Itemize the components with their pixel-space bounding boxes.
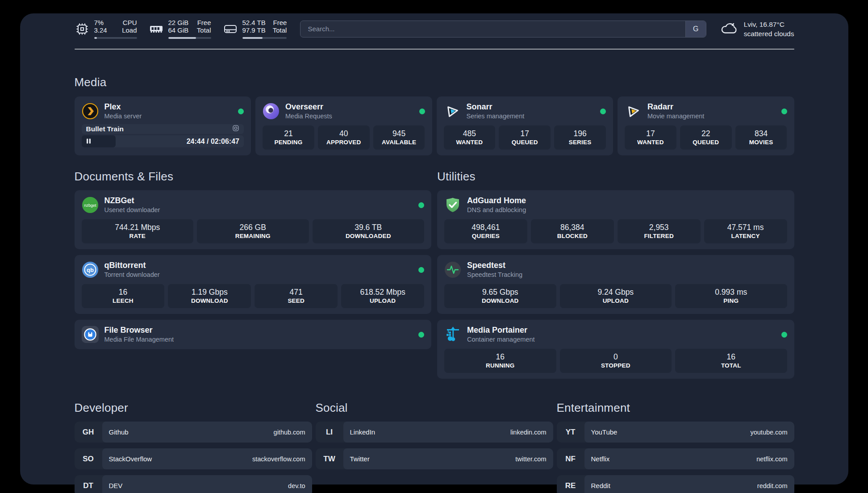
cpu-load-label: Load bbox=[122, 26, 137, 34]
stat-running: 16 RUNNING bbox=[444, 349, 556, 373]
playback-time: 24:44 / 02:06:47 bbox=[187, 135, 239, 147]
sonarr-icon bbox=[444, 103, 461, 120]
app-card-overseerr[interactable]: Overseerr Media Requests 21 PENDING 40 A… bbox=[255, 96, 432, 155]
stat-download: 9.65 Gbps DOWNLOAD bbox=[444, 284, 556, 308]
bookmark-name: LinkedIn bbox=[350, 428, 376, 436]
section-title-media: Media bbox=[75, 75, 794, 89]
bookmark-abbr: SO bbox=[75, 448, 102, 469]
bookmark-abbr: YT bbox=[557, 422, 584, 443]
cpu-load-value: 3.24 bbox=[94, 26, 107, 34]
bookmark-name: Reddit bbox=[591, 482, 610, 489]
section-title-utilities: Utilities bbox=[437, 170, 794, 184]
utilities-column: Utilities bbox=[437, 170, 794, 379]
status-dot bbox=[418, 267, 424, 273]
documents-column: Documents & Files nzbget bbox=[75, 170, 432, 379]
playback-progress-bar[interactable]: 24:44 / 02:06:47 bbox=[82, 135, 244, 147]
bookmark-name: StackOverflow bbox=[109, 455, 152, 463]
search-bar[interactable]: G bbox=[300, 21, 706, 38]
bookmark-stackoverflow[interactable]: SO StackOverflow stackoverflow.com bbox=[75, 448, 312, 469]
bookmark-github[interactable]: GH Github github.com bbox=[75, 422, 312, 443]
system-stats: 7% 3.24 CPU Load bbox=[75, 19, 287, 39]
app-subtitle: DNS and adblocking bbox=[467, 206, 526, 214]
weather-location: Lviv, 16.87°C bbox=[744, 20, 794, 29]
status-dot bbox=[781, 332, 787, 338]
entertainment-column: Entertainment YT YouTube youtube.com NF … bbox=[557, 401, 794, 493]
app-card-speedtest[interactable]: Speedtest Speedtest Tracking 9.65 Gbps D… bbox=[437, 255, 794, 314]
app-card-plex[interactable]: Plex Media server Bullet Train bbox=[75, 96, 251, 155]
now-playing-title: Bullet Train bbox=[86, 125, 124, 133]
bookmark-url: reddit.com bbox=[757, 482, 788, 489]
app-card-portainer[interactable]: Media Portainer Container management 16 … bbox=[437, 320, 794, 379]
bookmark-twitter[interactable]: TW Twitter twitter.com bbox=[316, 448, 553, 469]
app-name: Sonarr bbox=[467, 102, 525, 112]
app-subtitle: Container management bbox=[467, 335, 535, 343]
status-dot bbox=[600, 109, 606, 114]
app-name: Speedtest bbox=[467, 261, 522, 270]
now-playing-widget[interactable]: Bullet Train bbox=[82, 124, 244, 147]
cpu-usage-value: 7% bbox=[94, 19, 107, 26]
app-subtitle: Media server bbox=[104, 112, 142, 120]
app-name: Media Portainer bbox=[467, 326, 535, 335]
search-input[interactable] bbox=[300, 21, 685, 37]
stat-wanted: 485 WANTED bbox=[444, 125, 496, 150]
stat-remaining: 266 GB REMAINING bbox=[197, 219, 309, 243]
stat-available: 945 AVAILABLE bbox=[373, 125, 425, 150]
app-name: Radarr bbox=[647, 102, 704, 112]
social-column: Social LI LinkedIn linkedin.com TW Twitt… bbox=[316, 401, 553, 493]
portainer-icon bbox=[444, 326, 461, 343]
app-card-qbittorrent[interactable]: qb qBittorrent Torrent downloader bbox=[75, 255, 432, 314]
bookmark-name: DEV bbox=[109, 482, 123, 489]
bookmark-linkedin[interactable]: LI LinkedIn linkedin.com bbox=[316, 422, 553, 443]
app-card-nzbget[interactable]: nzbget NZBGet Usenet downloader 74 bbox=[75, 190, 432, 249]
bookmark-youtube[interactable]: YT YouTube youtube.com bbox=[557, 422, 794, 443]
header-divider bbox=[75, 49, 794, 50]
stat-leech: 16 LEECH bbox=[82, 284, 165, 308]
media-grid: Plex Media server Bullet Train bbox=[75, 96, 794, 155]
filebrowser-icon bbox=[82, 326, 99, 343]
storage-total-value: 97.9 TB bbox=[242, 26, 266, 34]
storage-progress-bar bbox=[242, 37, 287, 39]
app-card-sonarr[interactable]: Sonarr Series management 485 WANTED 17 Q… bbox=[437, 96, 613, 155]
bookmark-dev[interactable]: DT DEV dev.to bbox=[75, 475, 312, 493]
storage-icon bbox=[223, 21, 238, 37]
stat-upload: 618.52 Mbps UPLOAD bbox=[341, 284, 424, 308]
stat-queued: 22 QUEUED bbox=[680, 125, 732, 150]
adguard-icon bbox=[444, 196, 461, 213]
stat-series: 196 SERIES bbox=[554, 125, 606, 150]
cpu-icon bbox=[75, 21, 90, 37]
app-card-adguard[interactable]: AdGuard Home DNS and adblocking 498,461 … bbox=[437, 190, 794, 249]
app-card-filebrowser[interactable]: File Browser Media File Management bbox=[75, 320, 432, 349]
bookmark-reddit[interactable]: RE Reddit reddit.com bbox=[557, 475, 794, 493]
storage-free-label: Free bbox=[273, 19, 287, 26]
bookmark-name: Twitter bbox=[350, 455, 370, 463]
stat-rate: 744.21 Mbps RATE bbox=[82, 219, 194, 243]
stat-stopped: 0 STOPPED bbox=[560, 349, 672, 373]
pause-icon bbox=[86, 138, 91, 146]
app-card-radarr[interactable]: Radarr Movie management 17 WANTED 22 QUE… bbox=[618, 96, 794, 155]
app-subtitle: Series management bbox=[467, 112, 525, 120]
app-subtitle: Usenet downloader bbox=[104, 206, 160, 214]
nzbget-icon: nzbget bbox=[82, 196, 99, 213]
bookmark-url: stackoverflow.com bbox=[252, 455, 305, 463]
svg-text:qb: qb bbox=[87, 267, 94, 273]
speedtest-icon bbox=[444, 261, 461, 278]
search-engine-button[interactable]: G bbox=[685, 21, 706, 37]
status-dot bbox=[781, 109, 787, 114]
bookmark-name: Github bbox=[109, 428, 129, 436]
memory-icon bbox=[149, 21, 164, 37]
status-dot bbox=[418, 332, 424, 338]
bookmark-url: twitter.com bbox=[515, 455, 546, 463]
header: 7% 3.24 CPU Load bbox=[75, 13, 794, 39]
status-dot bbox=[419, 109, 425, 114]
stat-wanted: 17 WANTED bbox=[625, 125, 676, 150]
bookmark-name: Netflix bbox=[591, 455, 610, 463]
stat-ping: 0.993 ms PING bbox=[675, 284, 787, 308]
bookmark-netflix[interactable]: NF Netflix netflix.com bbox=[557, 448, 794, 469]
stat-total: 16 TOTAL bbox=[675, 349, 787, 373]
app-subtitle: Torrent downloader bbox=[104, 271, 160, 279]
bookmark-abbr: TW bbox=[316, 448, 343, 469]
bookmark-url: youtube.com bbox=[750, 429, 787, 436]
storage-stat: 52.4 TB 97.9 TB Free Total bbox=[223, 19, 287, 39]
section-title-developer: Developer bbox=[75, 401, 312, 415]
cloud-icon bbox=[720, 20, 739, 38]
